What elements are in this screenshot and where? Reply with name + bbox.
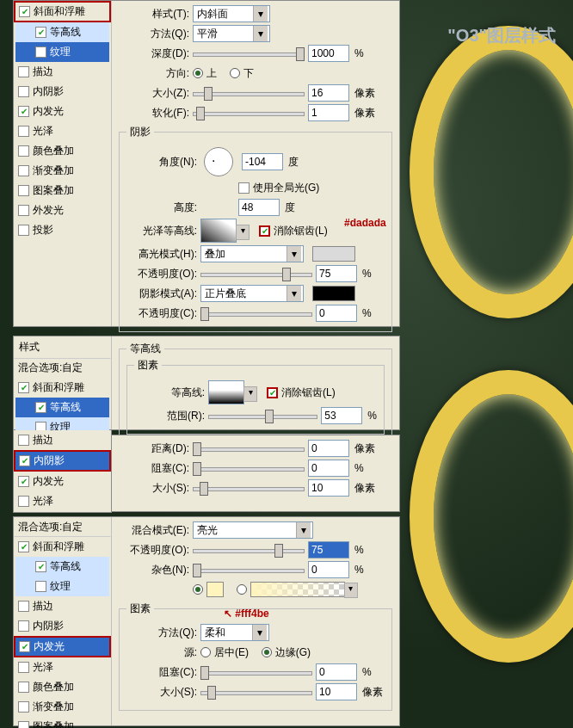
- sidebar-outer-glow[interactable]: 外发光: [14, 201, 111, 220]
- sidebar2b-satin[interactable]: 光泽: [14, 491, 111, 511]
- hopacity-input[interactable]: 75: [316, 265, 357, 282]
- hmode-dropdown[interactable]: 叠加: [200, 245, 304, 262]
- sidebar-inner-glow[interactable]: 内发光: [14, 102, 111, 121]
- distance-label: 距离(D):: [119, 441, 189, 456]
- style-dropdown[interactable]: 内斜面: [193, 5, 270, 22]
- sidebar-pattern-overlay[interactable]: 图案叠加: [14, 181, 111, 201]
- sidebar-contour[interactable]: 等高线: [15, 22, 109, 42]
- highlight-color-swatch[interactable]: [312, 246, 355, 262]
- method-label: 方法(Q):: [119, 27, 189, 41]
- blend4-label: 混合模式(E):: [119, 523, 189, 538]
- size3-label: 大小(S):: [119, 481, 189, 496]
- soften-slider[interactable]: [193, 105, 305, 120]
- contour-label: 等高线:: [134, 386, 205, 400]
- sidebar4-bevel[interactable]: 斜面和浮雕: [14, 537, 111, 557]
- dir-down-radio[interactable]: [230, 68, 240, 78]
- distance-input[interactable]: 0: [308, 440, 349, 457]
- anno-fff4be: ↖ #fff4be: [224, 608, 269, 620]
- angle-dial[interactable]: [204, 147, 233, 176]
- range-input[interactable]: 53: [321, 407, 362, 424]
- choke4-input[interactable]: 0: [316, 663, 357, 681]
- method-dropdown[interactable]: 平滑: [193, 25, 270, 42]
- choke4-label: 阻塞(C):: [126, 665, 197, 680]
- soften-label: 软化(F):: [119, 106, 189, 120]
- sidebar-color-overlay[interactable]: 颜色叠加: [14, 141, 111, 161]
- size4-label: 大小(S):: [126, 685, 197, 700]
- glow-color-radio[interactable]: [193, 584, 203, 595]
- glow-gradient-radio[interactable]: [237, 584, 247, 595]
- altitude-label: 高度:: [126, 201, 197, 215]
- choke-slider[interactable]: [193, 460, 305, 476]
- sidebar4-gradient-overlay[interactable]: 渐变叠加: [14, 697, 111, 717]
- sidebar2-contour[interactable]: 等高线: [15, 398, 109, 417]
- effects-sidebar: 斜面和浮雕 等高线 纹理 描边 内阴影 内发光 光泽 颜色叠加 渐变叠加 图案叠…: [14, 1, 112, 326]
- sidebar2b-inner-glow[interactable]: 内发光: [14, 472, 111, 491]
- altitude-input[interactable]: 48: [238, 199, 280, 216]
- glow-color-swatch[interactable]: [206, 582, 224, 597]
- sidebar4-color-overlay[interactable]: 颜色叠加: [14, 677, 111, 697]
- blend4-dropdown[interactable]: 亮光: [193, 521, 313, 539]
- sidebar-texture[interactable]: 纹理: [15, 42, 109, 62]
- glow-gradient-picker[interactable]: [250, 582, 345, 597]
- opacity4-input[interactable]: 75: [308, 541, 349, 558]
- opacity4-slider[interactable]: [193, 542, 305, 558]
- source-edge-radio[interactable]: [262, 647, 272, 657]
- sidebar-gradient-overlay[interactable]: 渐变叠加: [14, 161, 111, 181]
- source-center-radio[interactable]: [200, 647, 211, 657]
- contour-antialias-checkbox[interactable]: [267, 387, 278, 398]
- size3-input[interactable]: 10: [308, 479, 349, 497]
- size-input[interactable]: 16: [308, 84, 349, 102]
- soften-input[interactable]: 1: [308, 104, 349, 121]
- antialias-checkbox[interactable]: [259, 225, 270, 237]
- noise-slider[interactable]: [193, 562, 305, 577]
- size3-slider[interactable]: [193, 480, 305, 496]
- global-light-checkbox[interactable]: [238, 182, 250, 194]
- sidebar-satin[interactable]: 光泽: [14, 121, 111, 141]
- depth-slider[interactable]: [193, 46, 305, 61]
- gloss-contour-picker[interactable]: [200, 219, 237, 243]
- hopacity-slider[interactable]: [200, 266, 312, 281]
- size4-input[interactable]: 10: [316, 683, 357, 700]
- sopacity-slider[interactable]: [200, 305, 312, 321]
- sopacity-label: 不透明度(C):: [126, 306, 197, 321]
- hmode-label: 高光模式(H):: [126, 247, 197, 262]
- sidebar4-stroke[interactable]: 描边: [14, 596, 111, 616]
- sopacity-input[interactable]: 0: [316, 305, 357, 322]
- smode-label: 阴影模式(A):: [126, 287, 197, 301]
- noise-input[interactable]: 0: [308, 561, 349, 578]
- style-label: 样式(T):: [119, 7, 189, 22]
- range-label: 范围(R):: [134, 409, 205, 423]
- contour-picker[interactable]: [208, 380, 244, 404]
- sidebar-inner-shadow[interactable]: 内阴影: [14, 82, 111, 102]
- sidebar4-inner-glow[interactable]: 内发光: [14, 636, 111, 657]
- smode-dropdown[interactable]: 正片叠底: [200, 285, 304, 302]
- sidebar4-contour[interactable]: 等高线: [15, 557, 109, 577]
- depth-input[interactable]: 1000: [308, 45, 349, 62]
- sidebar-stroke[interactable]: 描边: [14, 62, 111, 82]
- method4-dropdown[interactable]: 柔和: [200, 624, 269, 641]
- range-slider[interactable]: [208, 408, 317, 423]
- sidebar2b-inner-shadow[interactable]: 内阴影: [14, 450, 111, 472]
- hopacity-label: 不透明度(O):: [126, 267, 197, 281]
- sidebar4-inner-shadow[interactable]: 内阴影: [14, 616, 111, 636]
- blend-options-row4[interactable]: 混合选项:自定: [14, 517, 111, 537]
- sidebar-bevel[interactable]: 斜面和浮雕: [14, 1, 111, 22]
- sidebar4-pattern-overlay[interactable]: 图案叠加: [14, 717, 111, 728]
- shadow-color-swatch[interactable]: [312, 286, 355, 301]
- size4-slider[interactable]: [200, 684, 312, 700]
- size-slider[interactable]: [193, 85, 305, 101]
- choke-label: 阻塞(C):: [119, 461, 189, 476]
- dir-up-radio[interactable]: [193, 68, 203, 78]
- sidebar-drop-shadow[interactable]: 投影: [14, 220, 111, 240]
- distance-slider[interactable]: [193, 441, 305, 456]
- styles-header: 样式: [14, 336, 111, 358]
- blend-options-row[interactable]: 混合选项:自定: [14, 358, 111, 378]
- choke4-slider[interactable]: [200, 664, 312, 680]
- sidebar2b-stroke[interactable]: 描边: [14, 430, 111, 450]
- sidebar2-bevel[interactable]: 斜面和浮雕: [14, 378, 111, 398]
- angle-input[interactable]: -104: [242, 153, 283, 170]
- choke-input[interactable]: 0: [308, 460, 349, 477]
- sidebar4-texture[interactable]: 纹理: [15, 577, 109, 596]
- opacity4-label: 不透明度(O):: [119, 543, 189, 558]
- sidebar4-satin[interactable]: 光泽: [14, 657, 111, 677]
